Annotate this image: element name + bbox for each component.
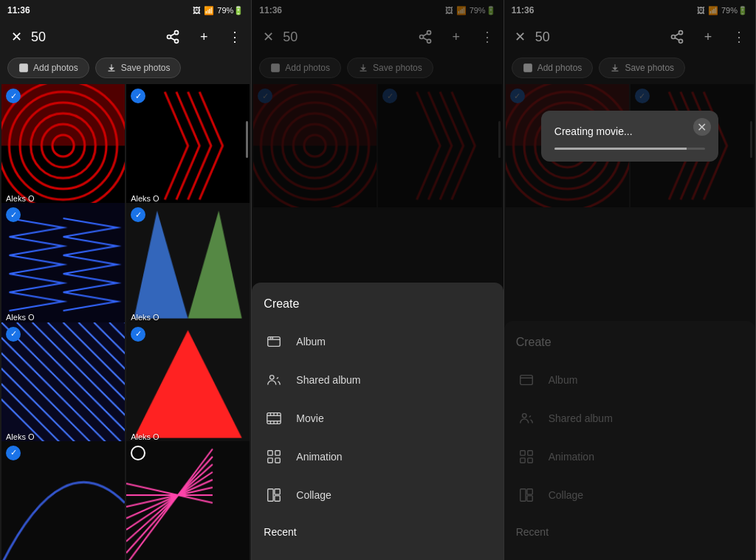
more-button-1[interactable]: ⋮	[224, 27, 245, 47]
photo-label-1-3: Aleks O	[6, 313, 35, 322]
svg-rect-37	[275, 489, 280, 494]
close-button-1[interactable]: ✕	[6, 27, 27, 47]
check-1-6: ✓	[131, 327, 145, 342]
svg-rect-36	[268, 489, 273, 502]
svg-point-2	[175, 39, 179, 43]
create-item-shared-2[interactable]: Shared album	[264, 361, 491, 399]
svg-rect-35	[275, 458, 280, 463]
wifi-icon: 📶	[204, 6, 214, 15]
action-row-1: Add photos Save photos	[0, 53, 251, 83]
photo-icon: 🖼	[193, 6, 201, 15]
svg-line-4	[171, 33, 175, 35]
photo-label-1-4: Aleks O	[131, 313, 159, 322]
photo-label-1-5: Aleks O	[6, 432, 35, 441]
svg-rect-18	[268, 337, 281, 347]
status-icons-1: 🖼 📶 79%🔋	[193, 6, 244, 15]
photo-label-1-2: Aleks O	[131, 194, 159, 203]
animation-label-2: Animation	[296, 451, 342, 463]
movie-label-2: Movie	[296, 412, 323, 424]
creating-movie-dialog-overlay: Creating movie... ✕	[504, 0, 755, 560]
create-title-2: Create	[264, 297, 491, 311]
photo-grid-1: ✓ Aleks O ✓ Aleks O ✓ Aleks O ✓ Aleks O …	[0, 83, 251, 560]
svg-point-0	[175, 31, 179, 35]
photo-cell-1-1[interactable]: ✓ Aleks O	[1, 84, 125, 207]
photo-cell-1-5[interactable]: ✓ Aleks O	[1, 322, 125, 446]
photo-cell-1-7[interactable]: ✓	[1, 441, 125, 560]
scroll-indicator-1	[246, 121, 248, 158]
panel-1: 11:36 🖼 📶 79%🔋 ✕ 50 + ⋮ Add photos Save …	[0, 0, 252, 560]
panel-3: 11:36 🖼 📶 79%🔋 ✕ 50 + ⋮ Add photos Save …	[504, 0, 756, 560]
check-1-5: ✓	[6, 327, 21, 342]
add-photos-label-1: Add photos	[33, 63, 78, 73]
svg-point-1	[168, 35, 171, 39]
recent-label-2: Recent	[264, 526, 491, 538]
save-photos-label-1: Save photos	[121, 63, 171, 73]
creating-movie-dialog: Creating movie... ✕	[541, 111, 718, 162]
add-button-1[interactable]: +	[193, 27, 214, 47]
dialog-close-button[interactable]: ✕	[693, 118, 711, 136]
animation-icon-2	[264, 446, 284, 467]
status-bar-1: 11:36 🖼 📶 79%🔋	[0, 0, 251, 21]
check-1-7: ✓	[6, 446, 21, 460]
svg-rect-38	[275, 496, 280, 501]
share-button-1[interactable]	[162, 27, 183, 47]
panel-2: 11:36 🖼 📶 79%🔋 ✕ 50 + ⋮ Add photos Save …	[252, 0, 504, 560]
svg-rect-32	[268, 451, 272, 455]
create-sheet-2: Create Album	[252, 283, 503, 560]
creating-movie-progress-fill	[554, 148, 687, 150]
svg-rect-33	[275, 451, 280, 455]
create-item-movie-2[interactable]: Movie	[264, 399, 491, 438]
shared-album-label-2: Shared album	[296, 374, 360, 386]
svg-point-22	[270, 376, 275, 379]
shared-album-icon-2	[264, 370, 284, 390]
photo-cell-1-4[interactable]: ✓ Aleks O	[126, 203, 250, 326]
album-icon-2	[264, 331, 284, 352]
check-1-8-empty	[131, 446, 145, 460]
movie-icon-2	[264, 408, 284, 429]
battery-1: 79%🔋	[217, 6, 244, 15]
photo-cell-1-8[interactable]	[126, 441, 250, 560]
svg-point-20	[270, 338, 271, 339]
photo-cell-1-2[interactable]: ✓ Aleks O	[126, 84, 250, 207]
top-bar-1: ✕ 50 + ⋮	[0, 21, 251, 53]
time-1: 11:36	[7, 5, 30, 15]
photo-cell-1-3[interactable]: ✓ Aleks O	[1, 203, 125, 326]
selected-count-1: 50	[31, 30, 46, 45]
collage-label-2: Collage	[296, 489, 331, 501]
creating-movie-progress-bar	[554, 148, 705, 150]
create-item-album-2[interactable]: Album	[264, 322, 491, 361]
create-item-collage-2[interactable]: Collage	[264, 476, 491, 514]
svg-line-3	[171, 38, 175, 40]
svg-rect-8	[108, 71, 114, 72]
create-item-animation-2[interactable]: Animation	[264, 438, 491, 476]
check-1-1: ✓	[6, 89, 21, 103]
photo-label-1-6: Aleks O	[131, 432, 159, 441]
add-photos-button-1[interactable]: Add photos	[7, 58, 89, 78]
collage-icon-2	[264, 485, 284, 505]
save-photos-button-1[interactable]: Save photos	[95, 58, 182, 78]
svg-rect-34	[268, 458, 272, 463]
photo-label-1-1: Aleks O	[6, 194, 35, 203]
create-overlay-2[interactable]: Create Album	[252, 0, 503, 560]
svg-point-21	[272, 338, 273, 339]
album-label-2: Album	[296, 336, 326, 348]
photo-cell-1-6[interactable]: ✓ Aleks O	[126, 322, 250, 446]
creating-movie-title: Creating movie...	[554, 125, 705, 137]
